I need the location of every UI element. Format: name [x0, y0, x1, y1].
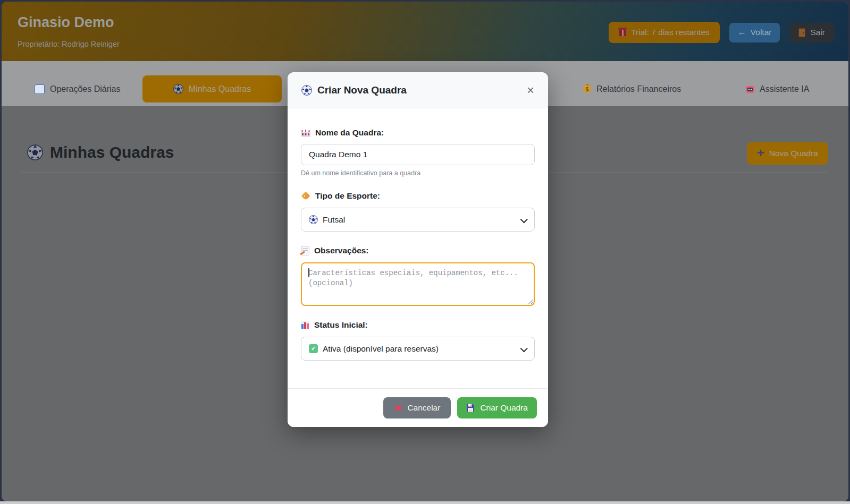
red-x-icon [394, 404, 402, 412]
initial-status-label-row: Status Inicial: [301, 320, 535, 330]
notes-textarea[interactable] [301, 262, 535, 306]
court-name-label-row: Nome da Quadra: [301, 128, 535, 138]
initial-status-label: Status Inicial: [314, 320, 368, 330]
memo-icon [301, 246, 309, 255]
text-cursor [308, 268, 309, 277]
cancel-button[interactable]: Cancelar [383, 397, 451, 418]
floppy-disk-icon [466, 404, 475, 412]
soccer-ball-icon [301, 85, 312, 96]
sport-type-label-row: Tipo de Esporte: [301, 191, 535, 201]
notes-label: Observações: [314, 246, 369, 255]
modal-title: Criar Nova Quadra [317, 84, 407, 96]
chevron-down-icon [520, 216, 528, 223]
stadium-icon [301, 129, 310, 137]
create-court-submit-button[interactable]: Criar Quadra [457, 397, 537, 418]
field-notes: Observações: [301, 246, 535, 306]
notes-textarea-wrap [301, 262, 535, 306]
cancel-button-label: Cancelar [407, 403, 440, 413]
submit-button-label: Criar Quadra [480, 403, 528, 413]
chevron-down-icon [520, 345, 528, 352]
modal-body: Nome da Quadra: Dê um nome identificativ… [288, 108, 548, 361]
field-sport-type: Tipo de Esporte: Futsal [301, 191, 535, 232]
field-court-name: Nome da Quadra: Dê um nome identificativ… [301, 128, 535, 177]
soccer-ball-icon [309, 215, 318, 224]
bar-chart-icon [301, 321, 309, 329]
modal-header: Criar Nova Quadra × [288, 72, 548, 108]
notes-label-row: Observações: [301, 246, 535, 255]
sport-type-select[interactable]: Futsal [301, 208, 535, 232]
modal-footer: Cancelar Criar Quadra [288, 388, 548, 427]
green-check-icon [309, 344, 318, 353]
create-court-modal: Criar Nova Quadra × Nome da Quadra: Dê u… [288, 72, 548, 427]
initial-status-select[interactable]: Ativa (disponível para reservas) [301, 337, 535, 361]
court-name-helper: Dê um nome identificativo para a quadra [301, 169, 535, 177]
close-icon[interactable]: × [527, 84, 534, 97]
sport-type-selected: Futsal [323, 215, 345, 225]
field-initial-status: Status Inicial: Ativa (disponível para r… [301, 320, 535, 361]
court-name-label: Nome da Quadra: [315, 128, 384, 138]
initial-status-selected: Ativa (disponível para reservas) [323, 344, 439, 354]
modal-title-row: Criar Nova Quadra [301, 84, 407, 96]
sport-type-label: Tipo de Esporte: [315, 191, 380, 201]
court-name-input[interactable] [301, 144, 535, 165]
tag-icon [301, 192, 310, 201]
